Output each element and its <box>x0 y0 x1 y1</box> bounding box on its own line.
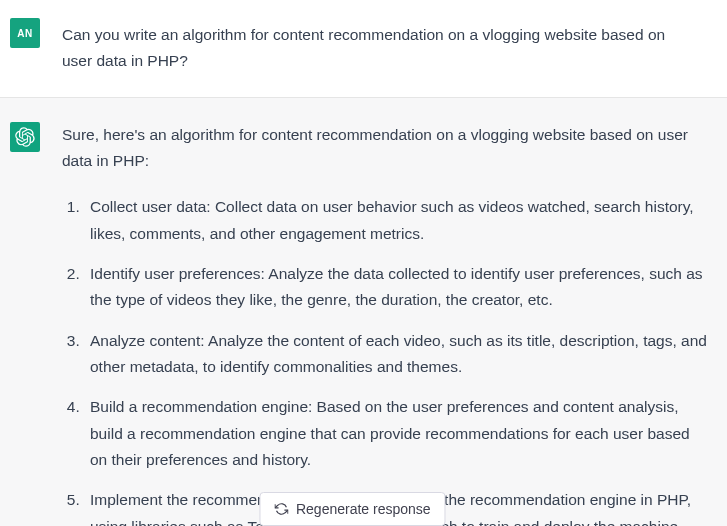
list-item: Analyze content: Analyze the content of … <box>84 328 711 381</box>
user-message-content: Can you write an algorithm for content r… <box>62 18 697 75</box>
assistant-avatar <box>10 122 40 152</box>
user-avatar-text: AN <box>17 28 32 39</box>
user-avatar: AN <box>10 18 40 48</box>
refresh-icon <box>274 502 288 516</box>
assistant-steps-list: Collect user data: Collect data on user … <box>62 194 711 526</box>
list-item: Identify user preferences: Analyze the d… <box>84 261 711 314</box>
user-message: AN Can you write an algorithm for conten… <box>0 0 727 97</box>
list-item: Collect user data: Collect data on user … <box>84 194 711 247</box>
assistant-message: Sure, here's an algorithm for content re… <box>0 97 727 526</box>
regenerate-label: Regenerate response <box>296 501 431 517</box>
regenerate-button[interactable]: Regenerate response <box>259 492 446 526</box>
openai-logo-icon <box>15 127 35 147</box>
assistant-message-content: Sure, here's an algorithm for content re… <box>62 122 711 526</box>
list-item: Build a recommendation engine: Based on … <box>84 394 711 473</box>
assistant-intro-text: Sure, here's an algorithm for content re… <box>62 122 711 175</box>
